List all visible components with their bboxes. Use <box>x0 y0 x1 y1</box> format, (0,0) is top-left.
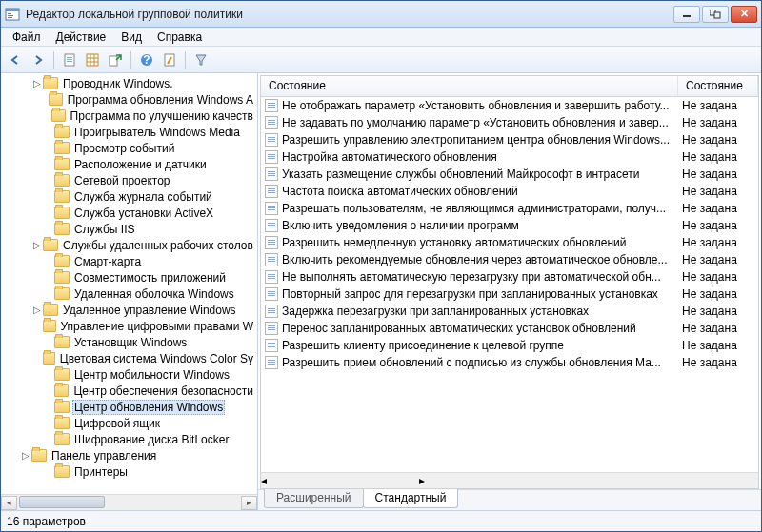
tree-item[interactable]: Просмотр событий <box>1 140 257 156</box>
tree-item[interactable]: Программа обновления Windows A <box>1 91 257 108</box>
list-row[interactable]: Разрешать пользователям, не являющимся а… <box>261 200 758 217</box>
menu-file[interactable]: Файл <box>5 29 49 46</box>
list-body[interactable]: Не отображать параметр «Установить обнов… <box>261 97 758 472</box>
list-row[interactable]: Не отображать параметр «Установить обнов… <box>261 97 758 114</box>
list-row[interactable]: Не выполнять автоматическую перезагрузку… <box>261 268 758 286</box>
body: ▷Проводник Windows.Программа обновления … <box>1 73 761 510</box>
scroll-track[interactable] <box>17 496 241 510</box>
tree-item-label: Программа обновления Windows A <box>66 93 255 107</box>
tree-item[interactable]: Удаленная оболочка Windows <box>1 286 257 302</box>
tree-item-label: Установщик Windows <box>72 336 189 349</box>
scroll-left-button[interactable]: ◂ <box>1 496 17 510</box>
folder-icon <box>54 142 70 154</box>
menu-help[interactable]: Справка <box>150 29 210 46</box>
tree-item[interactable]: Принтеры <box>1 463 257 480</box>
tree-list[interactable]: ▷Проводник Windows.Программа обновления … <box>1 73 257 494</box>
tree-item[interactable]: Центр обеспечения безопасности <box>1 383 257 399</box>
tree-item[interactable]: Программа по улучшению качеств <box>1 108 257 124</box>
scroll-thumb[interactable] <box>19 496 105 508</box>
tree-item-label: Службы удаленных рабочих столов <box>61 239 255 252</box>
list-row[interactable]: Разрешить управлению электропитанием цен… <box>261 131 758 148</box>
tree-item-label: Удаленная оболочка Windows <box>72 287 236 301</box>
tree-item-label: Цифровой ящик <box>72 417 162 430</box>
toolbar-properties-icon[interactable] <box>159 49 180 70</box>
tree-item[interactable]: Установщик Windows <box>1 334 257 350</box>
folder-icon <box>54 271 70 284</box>
forward-button[interactable] <box>28 49 49 70</box>
policy-state: Не задана <box>682 133 756 147</box>
tree-item[interactable]: Цифровой ящик <box>1 415 257 431</box>
tree-item[interactable]: Шифрование диска BitLocker <box>1 431 257 447</box>
tree-item[interactable]: ▷Проводник Windows. <box>1 75 257 91</box>
policy-state: Не задана <box>682 202 756 215</box>
menu-view[interactable]: Вид <box>113 29 150 46</box>
titlebar[interactable]: Редактор локальной групповой политики ✕ <box>1 1 761 28</box>
folder-icon <box>54 336 70 348</box>
toolbar-grid-icon[interactable] <box>82 49 103 70</box>
close-button[interactable]: ✕ <box>731 6 757 23</box>
list-row[interactable]: Разрешить клиенту присоединение к целево… <box>261 337 758 354</box>
toolbar-sheet-icon[interactable] <box>59 49 80 70</box>
folder-icon <box>54 207 70 219</box>
scroll-right-button[interactable]: ▸ <box>419 474 425 487</box>
tree-item[interactable]: Расположение и датчики <box>1 156 257 172</box>
list-row[interactable]: Включить уведомления о наличии программН… <box>261 217 758 234</box>
toolbar-separator <box>130 51 131 69</box>
policy-name: Разрешить прием обновлений с подписью из… <box>282 356 682 369</box>
tree-item[interactable]: Проигрыватель Windows Media <box>1 124 257 140</box>
svg-rect-3 <box>8 15 13 16</box>
help-button[interactable]: ? <box>136 49 157 70</box>
maximize-button[interactable] <box>702 6 729 23</box>
tree-item[interactable]: Центр мобильности Windows <box>1 366 257 383</box>
folder-icon <box>43 239 58 251</box>
list-hscroll[interactable]: ◂ ▸ <box>261 472 758 488</box>
expand-icon[interactable]: ▷ <box>31 240 43 250</box>
tree-item[interactable]: Служба установки ActiveX <box>1 205 257 221</box>
tree-item[interactable]: Центр обновления Windows <box>1 399 257 415</box>
tree-item[interactable]: Служба журнала событий <box>1 188 257 205</box>
list-row[interactable]: Частота поиска автоматических обновлений… <box>261 183 758 200</box>
toolbar-export-icon[interactable] <box>105 49 126 70</box>
list-row[interactable]: Перенос запланированных автоматических у… <box>261 320 758 337</box>
scroll-left-button[interactable]: ◂ <box>261 474 267 487</box>
menu-action[interactable]: Действие <box>49 29 114 46</box>
folder-icon <box>51 109 66 122</box>
folder-icon <box>54 401 70 413</box>
expand-icon[interactable]: ▷ <box>31 305 43 315</box>
scroll-right-button[interactable]: ▸ <box>241 496 257 510</box>
window-buttons: ✕ <box>673 6 757 23</box>
filter-button[interactable] <box>190 49 211 70</box>
list-row[interactable]: Разрешить прием обновлений с подписью из… <box>261 354 758 371</box>
tree-item[interactable]: Сетевой проектор <box>1 172 257 188</box>
tree-item[interactable]: ▷Удаленное управление Windows <box>1 302 257 318</box>
expand-icon[interactable]: ▷ <box>31 78 43 89</box>
svg-rect-2 <box>8 13 11 14</box>
list-row[interactable]: Разрешить немедленную установку автомати… <box>261 234 758 251</box>
tree-item[interactable]: Совместимость приложений <box>1 269 257 286</box>
tree-item-label: Панель управления <box>50 449 158 463</box>
tab-extended[interactable]: Расширенный <box>264 489 364 508</box>
expand-icon[interactable]: ▷ <box>20 450 31 461</box>
policy-icon <box>265 202 278 215</box>
column-state[interactable]: Состояние <box>678 76 758 96</box>
back-button[interactable] <box>5 49 26 70</box>
tree-item[interactable]: ▷Панель управления <box>1 447 257 463</box>
policy-name: Разрешать пользователям, не являющимся а… <box>282 202 682 215</box>
list-row[interactable]: Повторный запрос для перезагрузки при за… <box>261 286 758 303</box>
list-row[interactable]: Указать размещение службы обновлений Май… <box>261 166 758 183</box>
tab-standard[interactable]: Стандартный <box>363 489 459 508</box>
tree-item[interactable]: Управление цифровыми правами W <box>1 318 257 334</box>
minimize-button[interactable] <box>673 6 700 23</box>
list-row[interactable]: Включить рекомендуемые обновления через … <box>261 251 758 268</box>
tree-item[interactable]: ▷Службы удаленных рабочих столов <box>1 237 257 253</box>
list-row[interactable]: Настройка автоматического обновленияНе з… <box>261 148 758 166</box>
tree-hscroll[interactable]: ◂ ▸ <box>1 494 257 510</box>
tree-item[interactable]: Службы IIS <box>1 221 257 237</box>
list-row[interactable]: Задержка перезагрузки при запланированны… <box>261 303 758 320</box>
list-row[interactable]: Не задавать по умолчанию параметр «Устан… <box>261 114 758 131</box>
column-name[interactable]: Состояние <box>261 76 678 96</box>
tree-item-label: Центр обновления Windows <box>72 400 225 415</box>
tree-item[interactable]: Цветовая система Windows Color Sy <box>1 350 257 366</box>
tree-item[interactable]: Смарт-карта <box>1 253 257 269</box>
policy-state: Не задана <box>682 356 756 369</box>
